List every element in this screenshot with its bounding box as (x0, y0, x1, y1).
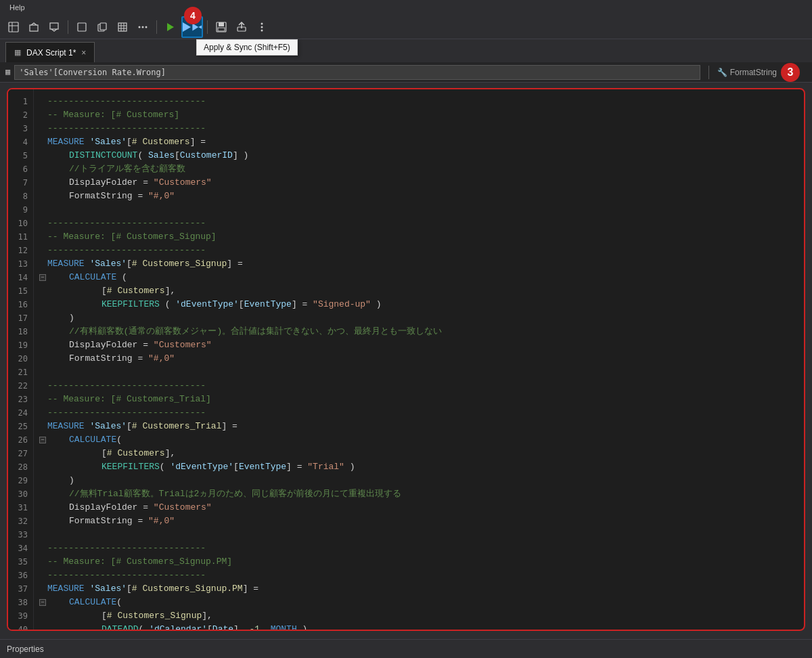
menu-help[interactable]: Help (4, 3, 30, 12)
svg-point-24 (261, 22, 263, 24)
apply-sync-tooltip: Apply & Sync (Shift+F5) (196, 39, 298, 56)
toolbar-apply-sync-btn[interactable]: 4 (181, 16, 203, 38)
code-line: [# Customers], (39, 284, 804, 298)
toolbar-grid-btn[interactable] (113, 18, 132, 37)
code-content[interactable]: -------------------------------- Measure… (34, 89, 804, 630)
toolbar-export-btn[interactable] (232, 18, 251, 37)
code-line: [# Customers], (39, 447, 804, 460)
code-line: ------------------------------ (39, 379, 804, 393)
toolbar-save-btn[interactable] (212, 18, 231, 37)
code-line: ------------------------------ (39, 542, 804, 555)
svg-rect-0 (9, 22, 18, 32)
code-line: ------------------------------ (39, 244, 804, 257)
code-line: −CALCULATE( (39, 433, 804, 447)
address-bar: ▦ 🔧 FormatString 3 (0, 62, 812, 83)
address-input[interactable] (14, 65, 700, 80)
code-line: -- Measure: [# Customers_Signup] (39, 230, 804, 244)
svg-point-14 (142, 26, 144, 28)
format-wrench-icon: 🔧 (717, 68, 727, 77)
svg-rect-5 (78, 23, 86, 31)
properties-bar: Properties (0, 639, 812, 658)
collapse-btn[interactable]: − (39, 437, 46, 443)
address-table-icon: ▦ (5, 67, 10, 77)
editor-container: 1234567891011121314151617181920212223242… (7, 88, 805, 631)
code-line (39, 203, 804, 217)
code-line: −CALCULATE ( (39, 271, 804, 284)
code-line: -- Measure: [# Customers_Trial] (39, 393, 804, 406)
code-line: ) (39, 311, 804, 325)
code-line: DisplayFolder = "Customers" (39, 338, 804, 352)
svg-rect-8 (118, 23, 127, 31)
svg-point-26 (261, 29, 263, 31)
code-line: DATEADD( 'dCalendar'[Date], -1, MONTH ) (39, 623, 804, 630)
toolbar-dots-btn[interactable] (133, 18, 152, 37)
code-line (39, 366, 804, 379)
tab-dax-script[interactable]: ▦ DAX Script 1* × (5, 42, 95, 62)
toolbar-sep-1 (68, 20, 68, 34)
code-line: KEEPFILTERS( 'dEventType'[EventType] = "… (39, 460, 804, 474)
toolbar-down-btn[interactable] (45, 18, 64, 37)
code-line (39, 528, 804, 542)
code-line: ------------------------------ (39, 122, 804, 135)
code-line: FormatString = "#,0" (39, 514, 804, 528)
toolbar-sep-3 (207, 20, 208, 34)
svg-point-15 (145, 26, 148, 28)
svg-rect-3 (30, 25, 38, 31)
code-line: ------------------------------ (39, 406, 804, 420)
code-line: ------------------------------ (39, 569, 804, 582)
collapse-btn[interactable]: − (39, 599, 46, 606)
properties-label: Properties (7, 644, 44, 654)
code-line: DisplayFolder = "Customers" (39, 501, 804, 514)
svg-marker-18 (198, 25, 202, 28)
tab-icon: ▦ (14, 48, 21, 57)
code-line: MEASURE 'Sales'[# Customers] = (39, 135, 804, 149)
line-numbers: 1234567891011121314151617181920212223242… (8, 89, 34, 630)
toolbar: 4 Apply & Sync (Shift+F5) (0, 15, 812, 39)
tab-label: DAX Script 1* (26, 48, 76, 58)
svg-rect-4 (50, 23, 58, 29)
code-line: ) (39, 474, 804, 487)
format-string-text: FormatString (730, 68, 777, 77)
code-editor[interactable]: 1234567891011121314151617181920212223242… (8, 89, 804, 630)
toolbar-more-btn[interactable] (252, 18, 271, 37)
code-line: //有料顧客数(通常の顧客数メジャー)。合計値は集計できない、かつ、最終月とも一… (39, 325, 804, 338)
collapse-btn[interactable]: − (39, 274, 46, 281)
toolbar-sep-2 (156, 20, 157, 34)
code-line: MEASURE 'Sales'[# Customers_Signup.PM] = (39, 582, 804, 596)
svg-marker-16 (167, 23, 174, 31)
svg-marker-17 (192, 23, 198, 30)
svg-rect-7 (100, 23, 106, 30)
toolbar-up-btn[interactable] (24, 18, 43, 37)
toolbar-play-btn[interactable] (161, 18, 180, 37)
code-line: ------------------------------ (39, 217, 804, 230)
code-line: -- Measure: [# Customers_Signup.PM] (39, 555, 804, 569)
tab-close-btn[interactable]: × (81, 48, 86, 58)
svg-rect-20 (219, 22, 224, 26)
code-line: DISTINCTCOUNT( Sales[CustomerID] ) (39, 149, 804, 162)
badge-4: 4 (184, 7, 202, 24)
code-line: KEEPFILTERS ( 'dEventType'[EventType] = … (39, 298, 804, 311)
code-line: −CALCULATE( (39, 596, 804, 609)
toolbar-rect-btn[interactable] (72, 18, 91, 37)
code-line: -- Measure: [# Customers] (39, 108, 804, 122)
code-line: //トライアル客を含む顧客数 (39, 162, 804, 176)
svg-point-25 (261, 26, 263, 28)
code-line: MEASURE 'Sales'[# Customers_Signup] = (39, 257, 804, 271)
code-line: FormatString = "#,0" (39, 190, 804, 203)
code-line: //無料Trial顧客数。Trialは2ヵ月のため、同じ顧客が前後の月にて重複出… (39, 487, 804, 501)
code-line: MEASURE 'Sales'[# Customers_Trial] = (39, 420, 804, 433)
code-line: DisplayFolder = "Customers" (39, 176, 804, 190)
tab-bar: ▦ DAX Script 1* × (0, 39, 812, 62)
format-string-label: 🔧 FormatString (717, 68, 777, 77)
svg-point-13 (139, 26, 141, 28)
toolbar-table-btn[interactable] (4, 18, 23, 37)
toolbar-copy-btn[interactable] (93, 18, 112, 37)
svg-rect-21 (218, 28, 225, 31)
code-line: [# Customers_Signup], (39, 609, 804, 623)
badge-3: 3 (781, 63, 800, 82)
code-line: FormatString = "#,0" (39, 352, 804, 366)
menu-bar: Help (0, 0, 812, 15)
code-line: ------------------------------ (39, 95, 804, 108)
address-sep (708, 66, 709, 79)
